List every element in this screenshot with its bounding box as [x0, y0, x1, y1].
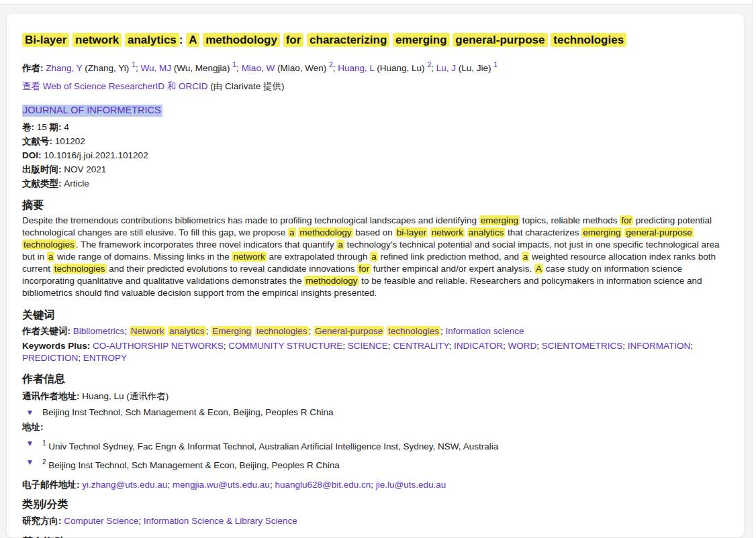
keywords-plus-link[interactable]: INFORMATION: [628, 341, 691, 351]
keywords-plus-link[interactable]: ENTROPY: [83, 353, 127, 363]
researcherid-line: 查看 Web of Science ResearcherID 和 ORCID (…: [22, 80, 726, 93]
chevron-down-icon[interactable]: ▼: [22, 407, 42, 419]
text-segment: topics, reliable methods: [520, 215, 620, 225]
text-segment: ;: [690, 341, 693, 351]
author-keywords-line: 作者关键词: Bibliometrics; Network analytics;…: [22, 325, 726, 337]
author-link[interactable]: Miao, W: [242, 63, 275, 73]
text-segment: bi-layer: [395, 227, 428, 237]
text-segment: technologies: [551, 33, 626, 47]
text-segment: analytics: [467, 227, 506, 237]
text-segment: wide range of domains. Missing links in …: [54, 252, 232, 262]
keywords-plus-link[interactable]: COMMUNITY STRUCTURE: [228, 341, 342, 351]
text-segment: network: [430, 227, 465, 237]
email-link[interactable]: jie.lu@uts.edu.au: [376, 480, 446, 490]
abstract-heading: 摘要: [22, 198, 726, 213]
text-segment: (Wu, Mengjia): [171, 63, 232, 73]
author-link[interactable]: Huang, L: [338, 63, 374, 73]
doc-type-line: 文献类型: Article: [22, 176, 726, 191]
text-segment: a: [288, 227, 296, 237]
keyword-link[interactable]: Bibliometrics: [73, 326, 125, 336]
journal-line: JOURNAL OF INFORMETRICS: [22, 104, 726, 117]
research-areas-line: 研究方向: Computer Science; Information Scie…: [22, 515, 726, 527]
text-segment: ;: [124, 326, 130, 336]
chevron-down-icon[interactable]: ▼: [22, 456, 42, 468]
keywords-plus-link[interactable]: SCIENTOMETRICS: [542, 341, 623, 351]
categories-heading: 类别/分类: [22, 497, 726, 512]
text-segment: ;: [206, 326, 211, 336]
text-segment: 10.1016/j.joi.2021.101202: [42, 150, 148, 160]
text-segment: (Huang, Lu): [375, 63, 428, 73]
keyword-link[interactable]: technologies: [255, 326, 309, 336]
corresponding-address: Beijing Inst Technol, Sch Management & E…: [42, 407, 334, 419]
text-segment: ;: [167, 480, 173, 490]
author-link[interactable]: Lu, J: [436, 63, 456, 73]
text-segment: based on: [353, 227, 395, 237]
authors-line: 作者: Zhang, Y (Zhang, Yi) 1; Wu, MJ (Wu, …: [22, 58, 726, 74]
text-segment: 作者关键词:: [22, 326, 70, 336]
text-segment: 卷:: [22, 122, 34, 132]
text-segment: (Miao, Wen): [275, 63, 329, 73]
keywords-plus-link[interactable]: WORD: [508, 341, 537, 351]
keyword-link[interactable]: Network: [130, 326, 166, 336]
research-area-link[interactable]: Information Science & Library Science: [144, 516, 297, 526]
author-info-heading: 作者信息: [22, 372, 726, 386]
text-segment: are extrapolated through: [267, 252, 371, 262]
keywords-plus-link[interactable]: PREDICTION: [22, 353, 78, 363]
keyword-link[interactable]: technologies: [387, 326, 440, 336]
text-segment: characterizing: [307, 33, 389, 47]
researcherid-orcid-link[interactable]: 查看 Web of Science ResearcherID 和 ORCID: [22, 81, 208, 91]
text-segment: NOV 2021: [62, 164, 107, 174]
keywords-plus-link[interactable]: CENTRALITY: [393, 341, 448, 351]
email-link[interactable]: huanglu628@bit.edu.cn: [275, 480, 371, 490]
text-segment: and their predicted evolutions to reveal…: [107, 264, 358, 274]
text-segment: ;: [138, 516, 144, 526]
text-segment: 电子邮件地址:: [22, 480, 80, 490]
affiliation-sup[interactable]: 1: [493, 60, 498, 68]
text-segment: for: [620, 215, 633, 225]
keyword-link[interactable]: analytics: [168, 326, 206, 336]
text-segment: 文献类型:: [22, 178, 62, 189]
article-number-line: 文献号: 101202: [22, 134, 726, 148]
keywords-plus-link[interactable]: INDICATOR: [454, 341, 503, 351]
email-link[interactable]: mengjia.wu@uts.edu.au: [173, 480, 270, 490]
chevron-down-icon[interactable]: ▼: [22, 437, 42, 449]
text-segment: a: [370, 252, 378, 262]
text-segment: Univ Technol Sydney, Fac Engn & Informat…: [46, 441, 499, 451]
corresponding-address-row: ▼ Beijing Inst Technol, Sch Management &…: [22, 407, 726, 419]
text-segment: general-purpose: [453, 33, 547, 47]
text-segment: emerging: [393, 33, 450, 47]
text-segment: :: [179, 34, 186, 46]
text-segment: general-purpose: [624, 227, 693, 237]
addresses-label: 地址:: [22, 421, 726, 433]
research-area-link[interactable]: Computer Science: [64, 516, 138, 526]
address-1: 1 Univ Technol Sydney, Fac Engn & Inform…: [42, 437, 498, 453]
scrollbar[interactable]: [752, 0, 756, 538]
text-segment: ;: [431, 63, 436, 73]
text-segment: 4: [62, 122, 69, 132]
keywords-plus-link[interactable]: SCIENCE: [348, 341, 388, 351]
keywords-heading: 关键词: [22, 308, 726, 323]
keyword-link[interactable]: Emerging: [211, 326, 252, 336]
keyword-link[interactable]: General-purpose: [314, 326, 384, 336]
text-segment: [280, 34, 283, 46]
text-segment: Keywords Plus:: [22, 341, 90, 351]
text-segment: a: [336, 239, 344, 250]
text-segment: network: [73, 33, 122, 47]
text-segment: methodology: [304, 276, 359, 286]
abstract-text: Despite the tremendous contributions bib…: [22, 215, 726, 299]
text-segment: further empirical and/or expert analysis…: [371, 264, 534, 274]
page-title: Bi-layer network analytics: A methodolog…: [22, 32, 726, 48]
journal-title-link[interactable]: JOURNAL OF INFORMETRICS: [22, 105, 162, 117]
email-link[interactable]: yi.zhang@uts.edu.au: [82, 480, 167, 490]
text-segment: Beijing Inst Technol, Sch Management & E…: [46, 460, 340, 470]
keyword-link[interactable]: Information science: [445, 326, 524, 336]
author-link[interactable]: Zhang, Y: [46, 63, 82, 73]
text-segment: technologies: [22, 239, 76, 250]
text-segment: ;: [236, 63, 242, 73]
email-addresses-line: 电子邮件地址: yi.zhang@uts.edu.au; mengjia.wu@…: [22, 479, 726, 491]
author-link[interactable]: Wu, MJ: [140, 63, 171, 73]
doi-line: DOI: 10.1016/j.joi.2021.101202: [22, 148, 726, 162]
keywords-plus-link[interactable]: CO-AUTHORSHIP NETWORKS: [93, 341, 224, 351]
text-segment: (Zhang, Yi): [83, 63, 132, 73]
metadata-block: 卷: 15 期: 4 文献号: 101202 DOI: 10.1016/j.jo…: [22, 120, 726, 191]
